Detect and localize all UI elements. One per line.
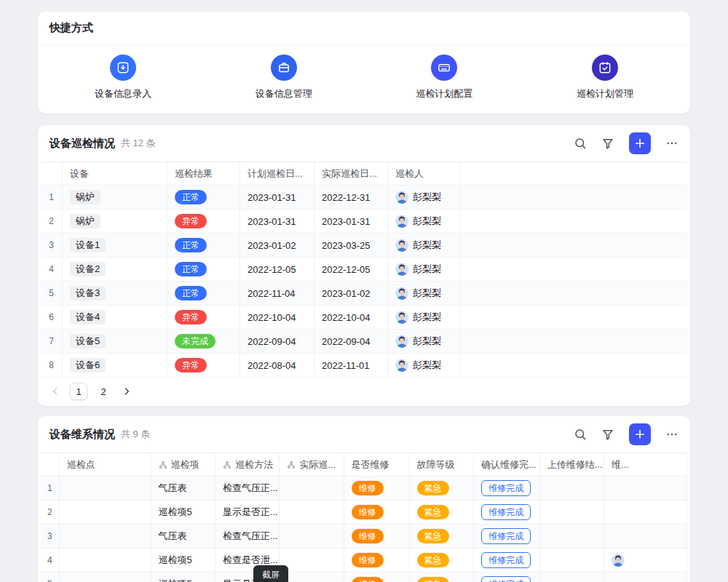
level-badge[interactable]: 紧急 — [417, 505, 449, 519]
actual-date-cell[interactable]: 2023-03-25 — [314, 234, 388, 257]
repair-badge[interactable]: 维修 — [352, 529, 384, 543]
item-cell[interactable]: 巡检项5 — [151, 501, 215, 524]
column-header-method[interactable]: 巡检方法 — [215, 453, 280, 476]
actual-date-cell[interactable]: 2022-09-04 — [314, 330, 388, 353]
point-cell[interactable] — [60, 477, 151, 500]
plan-date-cell[interactable]: 2022-10-04 — [240, 306, 314, 329]
repairer-cell[interactable] — [604, 525, 687, 548]
more-icon[interactable] — [665, 428, 678, 441]
more-icon[interactable] — [665, 137, 678, 150]
column-header-actual-date[interactable]: 实际巡检日... — [314, 162, 388, 185]
inspector-cell[interactable]: 彭梨梨 — [388, 330, 461, 353]
actual-date-cell[interactable]: 2022-10-04 — [314, 306, 388, 329]
upload-cell[interactable] — [540, 477, 604, 500]
filter-icon[interactable] — [601, 428, 614, 441]
device-cell[interactable]: 锅炉 — [63, 210, 167, 233]
column-header-actual[interactable]: 实际巡... — [280, 453, 344, 476]
device-tag[interactable]: 设备2 — [70, 262, 106, 277]
device-tag[interactable]: 锅炉 — [70, 190, 100, 205]
level-cell[interactable]: 紧急 — [410, 549, 474, 572]
result-badge[interactable]: 异常 — [175, 358, 207, 372]
point-cell[interactable] — [60, 501, 151, 524]
page-button-1[interactable]: 1 — [70, 383, 87, 400]
level-badge[interactable]: 紧急 — [417, 529, 449, 543]
confirm-repair-button[interactable]: 维修完成 — [481, 480, 531, 496]
plan-date-cell[interactable]: 2022-09-04 — [240, 330, 314, 353]
device-cell[interactable]: 锅炉 — [63, 186, 167, 209]
column-header-plan-date[interactable]: 计划巡检日... — [240, 162, 314, 185]
confirm-repair-button[interactable]: 维修完成 — [481, 576, 531, 582]
upload-cell[interactable] — [540, 573, 604, 582]
repair-cell[interactable]: 维修 — [344, 549, 410, 572]
method-cell[interactable]: 检查气压正... — [215, 477, 280, 500]
device-tag[interactable]: 设备6 — [70, 358, 106, 373]
inspector-cell[interactable]: 彭梨梨 — [388, 210, 461, 233]
device-cell[interactable]: 设备2 — [63, 258, 167, 281]
repair-badge[interactable]: 维修 — [352, 577, 384, 582]
result-cell[interactable]: 正常 — [167, 186, 240, 209]
table-row[interactable]: 4 巡检项5 检查是否泄... 维修 紧急 维修完成 — [41, 549, 687, 573]
inspector-cell[interactable]: 彭梨梨 — [388, 354, 461, 377]
result-cell[interactable]: 异常 — [167, 306, 240, 329]
plan-date-cell[interactable]: 2023-01-31 — [240, 210, 314, 233]
result-cell[interactable]: 正常 — [167, 234, 240, 257]
plan-date-cell[interactable]: 2022-12-05 — [240, 258, 314, 281]
actual-date-cell[interactable]: 2023-01-31 — [314, 210, 388, 233]
result-cell[interactable]: 正常 — [167, 258, 240, 281]
repairer-cell[interactable] — [604, 501, 687, 524]
page-button-2[interactable]: 2 — [95, 383, 112, 400]
column-header-result[interactable]: 巡检结果 — [167, 162, 240, 185]
confirm-cell[interactable]: 维修完成 — [474, 573, 540, 582]
point-cell[interactable] — [60, 573, 151, 582]
device-cell[interactable]: 设备1 — [63, 234, 167, 257]
table-row[interactable]: 2 锅炉 异常 2023-01-31 2023-01-31 彭梨梨 — [41, 210, 687, 234]
repair-cell[interactable]: 维修 — [344, 525, 410, 548]
device-tag[interactable]: 设备5 — [70, 334, 106, 349]
item-cell[interactable]: 巡检项5 — [151, 549, 215, 572]
add-record-button[interactable] — [629, 132, 651, 154]
result-cell[interactable]: 未完成 — [167, 330, 240, 353]
inspector-cell[interactable]: 彭梨梨 — [388, 306, 461, 329]
result-badge[interactable]: 正常 — [175, 190, 207, 204]
actual-date-cell[interactable]: 2023-01-02 — [314, 282, 388, 305]
level-cell[interactable]: 紧急 — [410, 525, 474, 548]
result-cell[interactable]: 异常 — [167, 210, 240, 233]
repair-badge[interactable]: 维修 — [352, 553, 384, 567]
table-row[interactable]: 7 设备5 未完成 2022-09-04 2022-09-04 彭梨梨 — [41, 330, 687, 354]
result-badge[interactable]: 异常 — [175, 214, 207, 228]
confirm-cell[interactable]: 维修完成 — [474, 477, 540, 500]
table-row[interactable]: 1 气压表 检查气压正... 维修 紧急 维修完成 — [41, 477, 687, 501]
point-cell[interactable] — [60, 525, 151, 548]
actual-date-cell[interactable]: 2022-12-05 — [314, 258, 388, 281]
level-badge[interactable]: 紧急 — [417, 577, 449, 582]
device-tag[interactable]: 设备3 — [70, 286, 106, 301]
method-cell[interactable]: 检查气压正... — [215, 525, 280, 548]
level-cell[interactable]: 紧急 — [410, 477, 474, 500]
column-header-point[interactable]: 巡检点 — [60, 453, 151, 476]
column-header-last[interactable]: 维... — [604, 453, 687, 476]
result-cell[interactable]: 异常 — [167, 354, 240, 377]
upload-cell[interactable] — [540, 525, 604, 548]
inspector-cell[interactable]: 彭梨梨 — [388, 234, 461, 257]
repair-cell[interactable]: 维修 — [344, 477, 410, 500]
table-row[interactable]: 4 设备2 正常 2022-12-05 2022-12-05 彭梨梨 — [41, 258, 687, 282]
shortcut-plan-config[interactable]: 巡检计划配置 — [416, 55, 472, 100]
shortcut-device-manage[interactable]: 设备信息管理 — [256, 55, 312, 100]
column-header-repair[interactable]: 是否维修 — [344, 453, 410, 476]
table-row[interactable]: 8 设备6 异常 2022-08-04 2022-11-01 彭梨梨 — [41, 354, 687, 378]
inspector-cell[interactable]: 彭梨梨 — [388, 258, 461, 281]
actual-cell[interactable] — [280, 573, 344, 582]
result-badge[interactable]: 正常 — [175, 238, 207, 252]
device-cell[interactable]: 设备6 — [63, 354, 167, 377]
upload-cell[interactable] — [540, 549, 604, 572]
table-row[interactable]: 6 设备4 异常 2022-10-04 2022-10-04 彭梨梨 — [41, 306, 687, 330]
level-cell[interactable]: 紧急 — [410, 501, 474, 524]
repair-cell[interactable]: 维修 — [344, 573, 410, 582]
actual-cell[interactable] — [280, 501, 344, 524]
repairer-cell[interactable] — [604, 477, 687, 500]
filter-icon[interactable] — [601, 137, 614, 150]
column-header-upload[interactable]: 上传维修结... — [540, 453, 604, 476]
repairer-cell[interactable] — [604, 573, 687, 582]
table-row[interactable]: 1 锅炉 正常 2023-01-31 2022-12-31 彭梨梨 — [41, 186, 687, 210]
confirm-cell[interactable]: 维修完成 — [474, 501, 540, 524]
